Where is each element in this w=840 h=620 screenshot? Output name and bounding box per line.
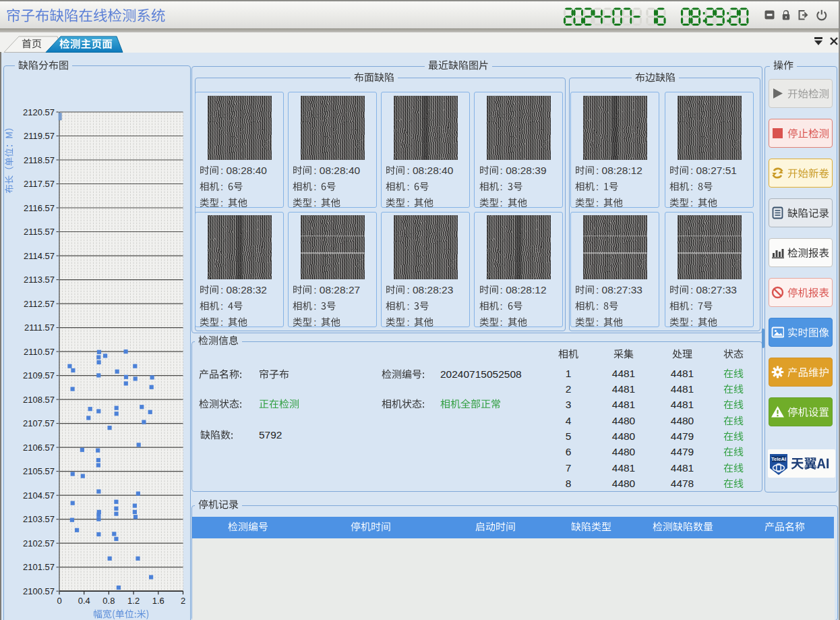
svg-text:0: 0 bbox=[57, 596, 61, 606]
svg-text:2111.57: 2111.57 bbox=[24, 322, 55, 333]
svg-text:2: 2 bbox=[181, 596, 185, 606]
svg-text:1.2: 1.2 bbox=[127, 596, 140, 606]
svg-text:2101.57: 2101.57 bbox=[23, 562, 55, 572]
svg-text:0.4: 0.4 bbox=[78, 596, 90, 606]
svg-text:2115.57: 2115.57 bbox=[24, 227, 55, 237]
svg-text:TeleAI: TeleAI bbox=[771, 456, 786, 462]
svg-text:2107.57: 2107.57 bbox=[23, 418, 55, 428]
svg-text:2109.57: 2109.57 bbox=[23, 370, 55, 381]
svg-text:2106.57: 2106.57 bbox=[23, 443, 55, 453]
svg-text:2102.57: 2102.57 bbox=[23, 538, 55, 548]
svg-text:2118.57: 2118.57 bbox=[24, 155, 55, 165]
svg-text:2100.57: 2100.57 bbox=[23, 586, 55, 596]
svg-text:2113.57: 2113.57 bbox=[24, 275, 55, 285]
svg-text:1.6: 1.6 bbox=[152, 596, 164, 606]
svg-text:2108.57: 2108.57 bbox=[23, 395, 55, 405]
svg-text:2116.57: 2116.57 bbox=[24, 203, 55, 213]
svg-text:2110.57: 2110.57 bbox=[24, 347, 55, 357]
svg-text:2119.57: 2119.57 bbox=[24, 131, 55, 141]
svg-text:2120.57: 2120.57 bbox=[23, 107, 55, 117]
svg-text:2114.57: 2114.57 bbox=[24, 251, 55, 261]
svg-text:2105.57: 2105.57 bbox=[23, 466, 55, 476]
svg-text:2104.57: 2104.57 bbox=[23, 490, 55, 501]
svg-text:2112.57: 2112.57 bbox=[24, 299, 55, 309]
svg-text:0.8: 0.8 bbox=[102, 596, 115, 606]
svg-text:2103.57: 2103.57 bbox=[23, 514, 55, 524]
svg-text:2117.57: 2117.57 bbox=[24, 179, 55, 189]
